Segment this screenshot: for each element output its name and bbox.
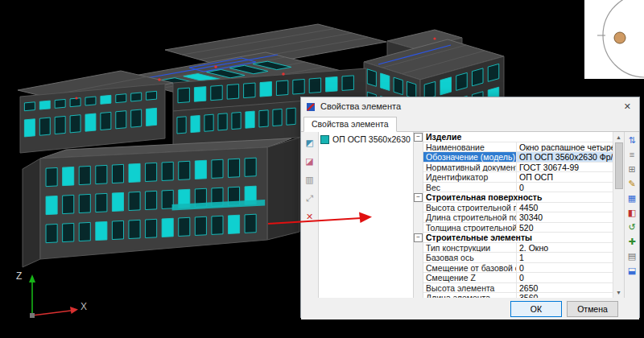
property-row[interactable]: ИдентификаторОП ОСП (414, 172, 613, 183)
property-row[interactable]: Толщина строительной...520 (414, 223, 613, 233)
property-row[interactable]: Длина элемента3560 (414, 293, 613, 298)
property-value[interactable]: ГОСТ 30674-99 (516, 163, 613, 173)
window-element-icon (320, 135, 329, 144)
scroll-down-icon[interactable]: ▼ (616, 287, 621, 298)
select-tool-icon[interactable]: ◩ (302, 135, 317, 150)
axis-x-label: X (80, 301, 87, 312)
property-label: Высота элемента (423, 283, 516, 294)
close-icon[interactable]: ✕ (621, 101, 634, 112)
property-value[interactable]: 0 (516, 183, 613, 193)
copy-tool-icon[interactable]: ▥ (302, 172, 317, 188)
collapse-icon[interactable]: − (414, 193, 423, 202)
measure-tool-icon[interactable]: ⤢ (302, 191, 317, 206)
dialog-buttons: ОК Отмена (301, 298, 639, 319)
property-label: Высота строительной п... (423, 203, 516, 213)
section-title: Строительная поверхность (423, 192, 613, 203)
property-label: Смещение Z (423, 273, 516, 283)
collapse-icon[interactable]: − (414, 133, 423, 142)
section-header[interactable]: −Изделие (414, 132, 613, 142)
property-label: Длина элемента (423, 293, 516, 298)
section-title: Строительные элементы (423, 233, 613, 243)
delete-tool-icon[interactable]: ✕ (302, 209, 317, 225)
refresh-icon[interactable]: ↺ (625, 221, 638, 233)
property-value[interactable]: 1 (516, 253, 613, 263)
property-label: Вес (423, 183, 516, 193)
category-icon[interactable]: ⊞ (625, 163, 638, 175)
side-toolbar: ◩◪▥⤢✕ (301, 132, 319, 298)
edit-icon[interactable]: ✎ (625, 177, 638, 190)
property-label: Длина строительной по... (423, 212, 516, 223)
scrollbar[interactable]: ▲ ▼ (613, 132, 624, 298)
element-tree[interactable]: ОП ОСП 3560x2630 Фр/Б2 (319, 132, 414, 298)
tab-element-properties[interactable]: Свойства элемента (303, 117, 397, 132)
property-row[interactable]: Нормативный документГОСТ 30674-99 (414, 163, 613, 173)
report-icon[interactable]: ▤ (625, 249, 638, 262)
section-header[interactable]: −Строительная поверхность (414, 192, 613, 203)
section-title: Изделие (423, 132, 613, 142)
collapse-icon[interactable]: − (414, 233, 423, 242)
property-value[interactable]: 2. Окно (516, 243, 613, 254)
property-row[interactable]: Высота элемента2650 (414, 283, 613, 294)
tree-item[interactable]: ОП ОСП 3560x2630 Фр/Б2 (319, 132, 413, 146)
tree-item-label: ОП ОСП 3560x2630 Фр/Б2 (332, 134, 414, 144)
property-value[interactable]: 520 (516, 223, 613, 233)
property-value[interactable]: ОП ОСП 3560x2630 Фр/Б2 (516, 152, 613, 163)
table-icon[interactable]: ▦ (625, 192, 638, 204)
property-row[interactable]: Тип конструкции2. Окно (414, 243, 613, 254)
tab-strip: Свойства элемента (301, 115, 639, 132)
property-label: Идентификатор (423, 172, 516, 183)
palette-icon[interactable]: ◧ (625, 206, 638, 219)
ok-button[interactable]: ОК (510, 301, 562, 317)
add-icon[interactable]: ✚ (625, 235, 638, 248)
property-label: Толщина строительной... (423, 223, 516, 233)
view-navigation-wheel[interactable] (584, 0, 644, 79)
dialog-title: Свойства элемента (320, 101, 617, 111)
property-label: Смещение от базовой о... (423, 263, 516, 274)
eraser-tool-icon[interactable]: ◪ (302, 154, 317, 169)
property-label: Обозначение (модель) (423, 152, 516, 163)
property-row[interactable]: Высота строительной п...4450 (414, 203, 613, 213)
property-value[interactable]: 3560 (516, 293, 613, 298)
export-icon[interactable]: ⬓ (625, 264, 638, 277)
scroll-thumb[interactable] (615, 142, 623, 189)
property-label: Тип конструкции (423, 243, 516, 254)
property-value[interactable]: 2650 (516, 283, 613, 294)
dialog-titlebar[interactable]: Свойства элемента ✕ (301, 97, 639, 115)
property-value[interactable]: 30340 (516, 212, 613, 223)
property-label: Наименование (423, 142, 516, 153)
property-row[interactable]: Длина строительной по...30340 (414, 212, 613, 223)
scroll-up-icon[interactable]: ▲ (616, 132, 621, 142)
property-row[interactable]: Вес0 (414, 183, 613, 193)
section-header[interactable]: −Строительные элементы (414, 233, 613, 243)
element-properties-dialog: Свойства элемента ✕ Свойства элемента ◩◪… (300, 97, 640, 318)
list-icon[interactable]: ≡ (625, 148, 638, 161)
cancel-button[interactable]: Отмена (567, 301, 618, 317)
property-value[interactable]: ОП ОСП (516, 172, 613, 183)
property-value[interactable]: Окно распашное четырехстворчатое с фраму… (516, 142, 613, 153)
property-value[interactable]: 0 (516, 273, 613, 283)
property-grid: −ИзделиеНаименованиеОкно распашное четыр… (414, 132, 613, 298)
dialog-content: ◩◪▥⤢✕ ОП ОСП 3560x2630 Фр/Б2 −ИзделиеНаи… (301, 132, 639, 298)
property-row[interactable]: Смещение от базовой о...0 (414, 263, 613, 274)
property-value[interactable]: 0 (516, 263, 613, 274)
sort-icon[interactable]: ⇅ (625, 134, 638, 146)
property-label: Нормативный документ (423, 163, 516, 173)
application-window: Z X Свойства элемента ✕ Свойства элемент… (0, 0, 644, 338)
property-row[interactable]: Базовая ось1 (414, 253, 613, 263)
property-row[interactable]: НаименованиеОкно распашное четырехстворч… (414, 142, 613, 153)
property-value[interactable]: 4450 (516, 203, 613, 213)
property-label: Базовая ось (423, 253, 516, 263)
app-icon (306, 101, 316, 112)
property-row[interactable]: Обозначение (модель)ОП ОСП 3560x2630 Фр/… (414, 152, 613, 163)
property-row[interactable]: Смещение Z0 (414, 273, 613, 283)
axis-z-label: Z (16, 270, 22, 282)
grid-toolbar: ⇅≡⊞✎▦◧↺✚▤⬓ (624, 132, 639, 298)
